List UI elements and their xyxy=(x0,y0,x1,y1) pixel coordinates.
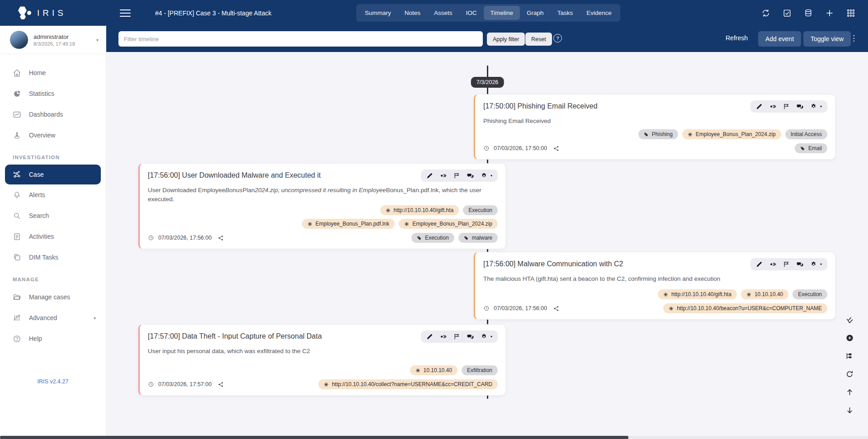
pivot-icon[interactable] xyxy=(769,103,776,110)
sidebar-item-search[interactable]: Search xyxy=(0,205,106,226)
timestamp-text: 07/03/2026, 17:56:00 xyxy=(158,235,212,241)
tag-label: 10.10.10.40 xyxy=(424,367,452,373)
pivot-icon[interactable] xyxy=(440,333,447,340)
label-tag[interactable]: malware xyxy=(458,233,498,243)
pie-chart-icon xyxy=(13,90,21,98)
pivot-icon[interactable] xyxy=(769,261,776,268)
edit-pencil-icon[interactable] xyxy=(426,172,433,179)
label-tag[interactable]: Phishing xyxy=(638,129,678,139)
refresh-button[interactable]: Refresh xyxy=(726,34,748,42)
flag-icon[interactable] xyxy=(783,261,790,268)
label-tag[interactable]: Execution xyxy=(793,289,827,299)
iris-version-link[interactable]: IRIS v2.4.27 xyxy=(0,378,106,385)
gear-icon[interactable] xyxy=(481,333,487,340)
event-tags: 10.10.10.40Exfiltration xyxy=(148,365,498,375)
scrollbar-thumb[interactable] xyxy=(0,436,628,439)
share-icon[interactable] xyxy=(553,145,560,152)
tab-evidence[interactable]: Evidence xyxy=(580,6,618,20)
comments-icon[interactable] xyxy=(467,172,474,179)
label-tag[interactable]: Exfiltration xyxy=(462,365,498,375)
label-tag[interactable]: Email xyxy=(795,143,827,153)
horizontal-scrollbar[interactable] xyxy=(0,436,868,439)
sidebar-item-home[interactable]: Home xyxy=(0,62,106,83)
ioc-tag[interactable]: 10.10.10.40 xyxy=(410,365,458,375)
ioc-tag[interactable]: http://10.10.10.40/gift.hta xyxy=(380,205,459,215)
comments-icon[interactable] xyxy=(797,103,803,110)
more-options-icon[interactable]: ⋮ xyxy=(850,33,858,43)
check-double-icon[interactable] xyxy=(845,316,854,324)
ioc-tag[interactable]: http://10.10.10.40/beacon?u=USER&c=COMPU… xyxy=(663,303,827,313)
sidebar-item-statistics[interactable]: Statistics xyxy=(0,83,106,104)
ioc-tag[interactable]: Employee_Bonus_Plan_2024.zip xyxy=(682,129,781,139)
flag-icon[interactable] xyxy=(453,333,460,340)
redo-icon[interactable] xyxy=(845,370,854,378)
pivot-icon[interactable] xyxy=(440,172,447,179)
user-datetime: 8/3/2026, 17:49:18 xyxy=(33,41,75,47)
iris-logo[interactable]: IRIS xyxy=(17,5,66,21)
datastore-icon[interactable] xyxy=(804,9,813,18)
ioc-tag[interactable]: Employee_Bonus_Plan.pdf.lnk xyxy=(302,219,395,229)
ioc-tag[interactable]: Employee_Bonus_Plan_2024.zip xyxy=(399,219,498,229)
sidebar-item-help[interactable]: Help xyxy=(0,328,106,349)
sidebar-item-case[interactable]: Case xyxy=(5,165,101,184)
label-tag[interactable]: Execution xyxy=(411,233,454,243)
chevron-down-icon[interactable]: ▾ xyxy=(491,335,492,339)
tag-label: Employee_Bonus_Plan.pdf.lnk xyxy=(316,221,389,227)
ioc-tag[interactable]: http://10.10.10.40/gift.hta xyxy=(658,289,737,299)
sync-icon[interactable] xyxy=(761,9,770,18)
tree-icon[interactable] xyxy=(845,352,854,360)
sidebar-item-label: Help xyxy=(29,335,42,342)
gear-icon[interactable] xyxy=(481,172,487,179)
sidebar-item-manage-cases[interactable]: Manage cases xyxy=(0,287,106,307)
apply-filter-button[interactable]: Apply filter xyxy=(487,33,525,46)
flag-icon[interactable] xyxy=(453,172,460,179)
tab-summary[interactable]: Summary xyxy=(358,6,398,20)
label-tag[interactable]: Execution xyxy=(463,205,498,215)
event-actions: ▾ xyxy=(750,100,827,113)
tab-timeline[interactable]: Timeline xyxy=(484,6,520,20)
share-icon[interactable] xyxy=(217,235,224,241)
tab-ioc[interactable]: IOC xyxy=(459,6,484,20)
gear-icon[interactable] xyxy=(810,261,817,268)
label-tag[interactable]: Initial Access xyxy=(785,129,827,139)
tab-notes[interactable]: Notes xyxy=(398,6,427,20)
chevron-down-icon[interactable]: ▾ xyxy=(491,174,492,178)
flag-icon[interactable] xyxy=(783,103,790,110)
ioc-tag[interactable]: http://10.10.10.40/collect?name=USERNAME… xyxy=(318,379,498,389)
hamburger-menu-icon[interactable] xyxy=(120,7,131,19)
add-icon[interactable] xyxy=(825,9,834,18)
toggle-view-button[interactable]: Toggle view xyxy=(803,31,851,47)
check-square-icon[interactable] xyxy=(783,9,792,18)
arrow-down-icon[interactable] xyxy=(845,406,854,415)
arrow-up-icon[interactable] xyxy=(845,388,854,397)
sidebar-item-alerts[interactable]: Alerts xyxy=(0,184,106,205)
comments-icon[interactable] xyxy=(797,261,803,268)
sidebar-item-advanced[interactable]: Advanced ▾ xyxy=(0,307,106,328)
edit-pencil-icon[interactable] xyxy=(426,333,433,340)
plus-circle-icon[interactable] xyxy=(845,334,854,342)
reset-filter-button[interactable]: Reset xyxy=(525,33,552,46)
gear-icon[interactable] xyxy=(810,103,817,110)
share-icon[interactable] xyxy=(553,305,560,312)
edit-pencil-icon[interactable] xyxy=(756,261,763,268)
chevron-down-icon[interactable]: ▾ xyxy=(820,104,822,109)
chevron-down-icon: ▾ xyxy=(94,316,96,321)
tab-assets[interactable]: Assets xyxy=(427,6,459,20)
edit-pencil-icon[interactable] xyxy=(756,103,763,110)
filter-timeline-input[interactable] xyxy=(118,31,483,47)
add-event-button[interactable]: Add event xyxy=(758,31,801,47)
sidebar-item-dim-tasks[interactable]: DIM Tasks xyxy=(0,247,106,268)
share-icon[interactable] xyxy=(217,381,224,388)
event-description: The malicious HTA (gift.hta) sent a beac… xyxy=(483,274,827,283)
comments-icon[interactable] xyxy=(467,333,474,340)
apps-grid-icon[interactable] xyxy=(846,9,855,18)
chevron-down-icon[interactable]: ▾ xyxy=(820,262,822,266)
sidebar-item-dashboards[interactable]: Dashboards xyxy=(0,104,106,125)
tab-tasks[interactable]: Tasks xyxy=(551,6,580,20)
help-icon[interactable]: ? xyxy=(553,34,562,42)
user-menu[interactable]: administrator 8/3/2026, 17:49:18 ▾ xyxy=(0,26,106,54)
tab-graph[interactable]: Graph xyxy=(520,6,551,20)
sidebar-item-activities[interactable]: Activities xyxy=(0,226,106,247)
ioc-tag[interactable]: 10.10.10.40 xyxy=(741,289,788,299)
sidebar-item-overview[interactable]: Overview xyxy=(0,125,106,146)
